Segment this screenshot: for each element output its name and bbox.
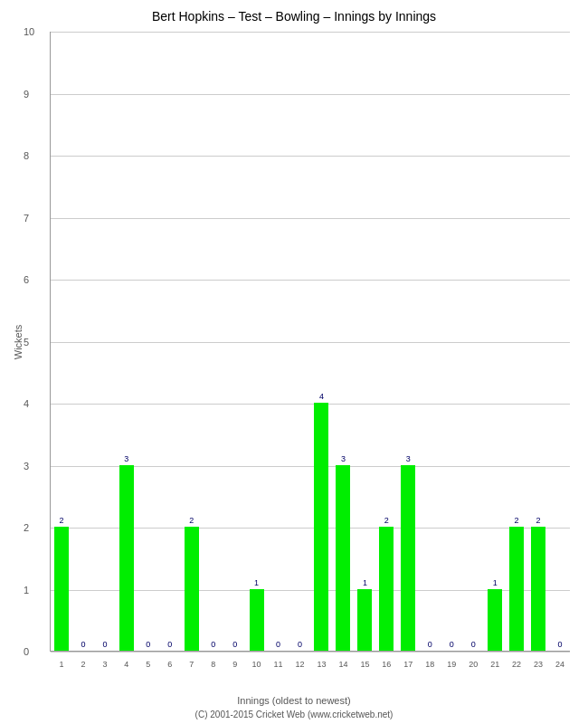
x-label-8: 8: [211, 660, 215, 669]
gridline-10: [51, 32, 570, 33]
x-label-21: 21: [490, 660, 499, 669]
bar-inning-16: [379, 527, 394, 651]
x-label-24: 24: [555, 660, 564, 669]
chart-container: Bert Hopkins – Test – Bowling – Innings …: [0, 0, 588, 724]
x-label-17: 17: [403, 660, 413, 669]
bar-value-5: 0: [141, 640, 156, 649]
bar-inning-17: [401, 465, 415, 652]
gridline-4: [51, 404, 570, 405]
gridline-0: [51, 652, 570, 653]
x-label-14: 14: [338, 660, 347, 669]
bar-value-19: 0: [444, 640, 459, 649]
y-axis-title: Wickets: [13, 324, 24, 359]
bar-value-7: 2: [185, 516, 199, 525]
bar-inning-7: [185, 527, 199, 651]
y-label-10: 10: [24, 26, 34, 37]
bar-value-2: 0: [76, 640, 90, 649]
bar-inning-23: [531, 527, 545, 651]
y-label-3: 3: [24, 461, 29, 472]
x-label-1: 1: [59, 660, 63, 669]
x-label-15: 15: [360, 660, 369, 669]
y-label-2: 2: [24, 522, 29, 533]
bar-inning-4: [119, 465, 134, 652]
bar-value-16: 2: [379, 516, 394, 525]
x-label-6: 6: [167, 660, 172, 669]
chart-area: 0123456789102102033405062708091100110124…: [50, 32, 570, 652]
bar-value-13: 4: [314, 392, 328, 401]
gridline-5: [51, 342, 570, 343]
y-label-4: 4: [24, 398, 29, 409]
bar-value-1: 2: [54, 516, 69, 525]
x-label-16: 16: [382, 660, 391, 669]
y-label-7: 7: [24, 213, 29, 224]
bar-value-4: 3: [119, 454, 134, 463]
bar-value-8: 0: [206, 640, 221, 649]
bar-inning-15: [357, 589, 372, 652]
x-label-4: 4: [124, 660, 128, 669]
bar-value-18: 0: [422, 640, 437, 649]
x-label-13: 13: [317, 660, 326, 669]
x-label-20: 20: [469, 660, 478, 669]
bar-inning-14: [336, 465, 350, 652]
gridline-8: [51, 156, 570, 157]
bar-value-6: 0: [163, 640, 177, 649]
gridline-7: [51, 218, 570, 219]
bar-value-12: 0: [293, 640, 308, 649]
bar-inning-13: [314, 403, 328, 651]
bar-inning-22: [509, 527, 524, 651]
x-label-3: 3: [102, 660, 107, 669]
x-label-10: 10: [252, 660, 261, 669]
bar-value-23: 2: [531, 516, 545, 525]
bar-inning-10: [250, 589, 264, 652]
y-label-6: 6: [24, 274, 29, 285]
y-label-9: 9: [24, 89, 29, 100]
x-label-7: 7: [189, 660, 194, 669]
bar-value-15: 1: [357, 578, 372, 587]
bar-value-3: 0: [98, 640, 112, 649]
bar-value-24: 0: [553, 640, 567, 649]
y-label-0: 0: [24, 646, 29, 657]
gridline-6: [51, 280, 570, 281]
chart-title: Bert Hopkins – Test – Bowling – Innings …: [0, 0, 588, 28]
bar-value-20: 0: [466, 640, 480, 649]
bar-inning-1: [54, 527, 69, 651]
x-label-12: 12: [296, 660, 305, 669]
bar-inning-21: [488, 589, 502, 652]
x-label-2: 2: [81, 660, 85, 669]
bar-value-10: 1: [250, 578, 264, 587]
bar-value-22: 2: [509, 516, 524, 525]
x-label-18: 18: [425, 660, 434, 669]
x-label-23: 23: [534, 660, 543, 669]
gridline-9: [51, 94, 570, 95]
x-label-11: 11: [274, 660, 283, 669]
y-label-5: 5: [24, 337, 29, 348]
x-label-22: 22: [512, 660, 521, 669]
bar-value-21: 1: [488, 578, 502, 587]
bar-value-14: 3: [336, 454, 350, 463]
y-label-1: 1: [24, 585, 29, 595]
x-label-9: 9: [232, 660, 237, 669]
y-label-8: 8: [24, 150, 29, 161]
bar-value-11: 0: [271, 640, 286, 649]
x-label-19: 19: [447, 660, 456, 669]
bar-value-9: 0: [228, 640, 242, 649]
x-label-5: 5: [146, 660, 150, 669]
copyright-text: (C) 2001-2015 Cricket Web (www.cricketwe…: [0, 710, 588, 719]
bar-value-17: 3: [401, 454, 415, 463]
x-axis-title: Innings (oldest to newest): [0, 695, 588, 706]
